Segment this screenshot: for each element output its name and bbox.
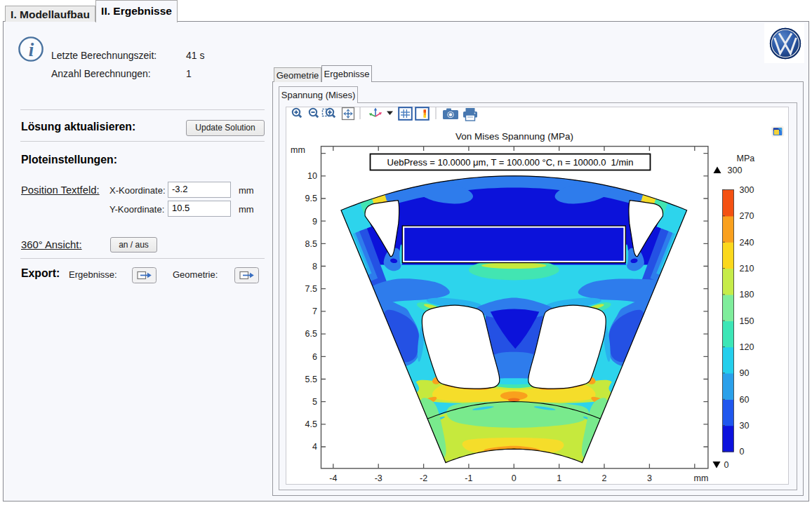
svg-text:300: 300 xyxy=(740,185,754,195)
svg-text:10: 10 xyxy=(307,171,317,181)
svg-text:7.5: 7.5 xyxy=(305,284,317,294)
svg-text:8.5: 8.5 xyxy=(305,239,317,249)
svg-text:270: 270 xyxy=(740,211,754,221)
svg-text:Von Mises Spannung (MPa): Von Mises Spannung (MPa) xyxy=(455,131,573,142)
svg-text:-3: -3 xyxy=(375,473,382,483)
svg-text:240: 240 xyxy=(740,238,754,248)
svg-text:8: 8 xyxy=(312,262,317,271)
svg-text:90: 90 xyxy=(740,368,750,378)
svg-text:4.5: 4.5 xyxy=(305,419,317,429)
svg-text:30: 30 xyxy=(740,421,750,431)
svg-text:mm: mm xyxy=(694,473,709,483)
svg-text:0: 0 xyxy=(724,460,729,470)
svg-text:-4: -4 xyxy=(329,473,337,483)
svg-text:9: 9 xyxy=(312,217,317,227)
svg-text:-1: -1 xyxy=(465,473,472,483)
svg-text:4: 4 xyxy=(312,442,317,452)
svg-text:mm: mm xyxy=(291,145,305,155)
svg-text:MPa: MPa xyxy=(737,154,755,163)
svg-text:180: 180 xyxy=(740,290,754,299)
svg-text:UebPress = 10.0000 μm, T = 100: UebPress = 10.0000 μm, T = 100.000 °C, n… xyxy=(387,157,634,168)
svg-text:2: 2 xyxy=(602,473,607,483)
svg-text:-2: -2 xyxy=(420,473,427,483)
svg-text:9.5: 9.5 xyxy=(305,194,317,203)
svg-text:210: 210 xyxy=(740,264,754,274)
svg-text:5: 5 xyxy=(312,397,317,407)
svg-text:5.5: 5.5 xyxy=(305,375,317,384)
svg-text:6: 6 xyxy=(312,352,317,362)
svg-text:0: 0 xyxy=(740,447,745,457)
svg-text:150: 150 xyxy=(740,316,754,326)
svg-text:1: 1 xyxy=(557,473,561,483)
svg-text:7: 7 xyxy=(312,307,317,316)
svg-text:300: 300 xyxy=(728,166,743,175)
svg-text:120: 120 xyxy=(740,342,754,352)
svg-text:0: 0 xyxy=(512,473,517,483)
svg-text:i: i xyxy=(29,39,34,60)
svg-text:6.5: 6.5 xyxy=(305,329,317,339)
svg-text:3: 3 xyxy=(647,473,652,483)
svg-text:60: 60 xyxy=(740,395,750,405)
